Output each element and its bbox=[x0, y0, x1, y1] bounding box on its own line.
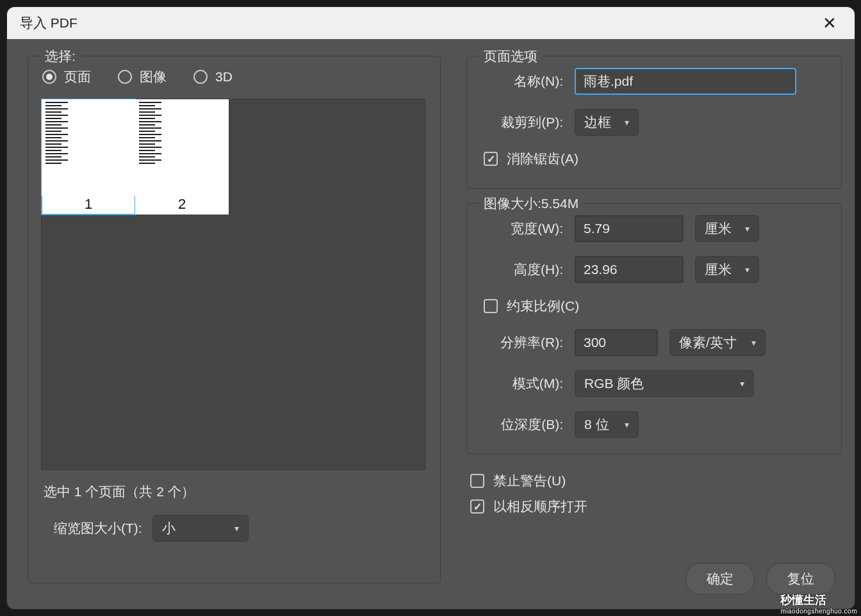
thumbnail-size-select[interactable]: 小 ▾ bbox=[152, 515, 249, 542]
select-legend: 选择: bbox=[40, 47, 81, 65]
reverse-order-checkbox-row[interactable]: 以相反顺序打开 bbox=[466, 498, 842, 515]
watermark: 秒懂生活 miaodongshenghuo.com bbox=[780, 592, 857, 615]
thumbnail-preview bbox=[135, 99, 229, 196]
ok-button[interactable]: 确定 bbox=[685, 563, 755, 595]
import-pdf-dialog: 导入 PDF ✕ 选择: 页面 图像 3D bbox=[6, 6, 855, 610]
radio-3d[interactable]: 3D bbox=[193, 68, 233, 86]
resolution-row: 分辨率(R): 像素/英寸 ▾ bbox=[480, 329, 828, 356]
chevron-down-icon: ▾ bbox=[751, 337, 756, 348]
depth-label: 位深度(B): bbox=[480, 416, 563, 434]
selection-status: 选中 1 个页面（共 2 个） bbox=[41, 483, 427, 501]
chevron-down-icon: ▾ bbox=[234, 523, 239, 533]
constrain-label: 约束比例(C) bbox=[507, 297, 579, 315]
radio-page-label: 页面 bbox=[64, 68, 91, 86]
select-fieldset: 选择: 页面 图像 3D bbox=[28, 56, 441, 583]
chevron-down-icon: ▾ bbox=[740, 378, 744, 389]
thumbnail-number: 2 bbox=[135, 196, 229, 215]
width-input[interactable] bbox=[575, 215, 684, 242]
height-unit-select[interactable]: 厘米 ▾ bbox=[695, 256, 759, 283]
height-row: 高度(H): 厘米 ▾ bbox=[480, 256, 828, 283]
height-label: 高度(H): bbox=[480, 261, 563, 279]
dialog-body: 选择: 页面 图像 3D bbox=[7, 39, 855, 609]
radio-icon bbox=[193, 70, 208, 84]
antialias-checkbox-row[interactable]: 消除锯齿(A) bbox=[480, 150, 828, 168]
thumbnail-page-2[interactable]: 2 bbox=[135, 99, 229, 215]
chevron-down-icon: ▾ bbox=[745, 223, 750, 234]
left-column: 选择: 页面 图像 3D bbox=[28, 56, 441, 597]
page-options-fieldset: 页面选项 名称(N): 裁剪到(P): 边框 ▾ 消除锯齿(A) bbox=[466, 56, 842, 189]
mode-label: 模式(M): bbox=[480, 375, 563, 393]
radio-page[interactable]: 页面 bbox=[42, 68, 91, 86]
radio-image[interactable]: 图像 bbox=[118, 68, 167, 86]
right-column: 页面选项 名称(N): 裁剪到(P): 边框 ▾ 消除锯齿(A) bbox=[441, 56, 842, 597]
thumbnail-preview bbox=[42, 99, 135, 196]
radio-3d-label: 3D bbox=[215, 69, 233, 85]
mode-row: 模式(M): RGB 颜色 ▾ bbox=[480, 370, 828, 397]
resolution-label: 分辨率(R): bbox=[480, 334, 563, 352]
chevron-down-icon: ▾ bbox=[745, 264, 750, 275]
crop-select[interactable]: 边框 ▾ bbox=[575, 109, 639, 136]
width-label: 宽度(W): bbox=[480, 220, 563, 238]
crop-value: 边框 bbox=[584, 113, 611, 131]
thumbnail-page-1[interactable]: 1 bbox=[42, 99, 135, 215]
crop-label: 裁剪到(P): bbox=[480, 113, 563, 131]
checkbox-icon bbox=[470, 499, 484, 514]
suppress-warnings-label: 禁止警告(U) bbox=[493, 472, 566, 490]
dialog-title: 导入 PDF bbox=[20, 14, 78, 32]
height-unit-value: 厘米 bbox=[705, 261, 732, 279]
thumbnail-size-row: 缩览图大小(T): 小 ▾ bbox=[41, 515, 427, 542]
thumbnail-size-value: 小 bbox=[162, 519, 176, 537]
checkbox-icon bbox=[484, 299, 498, 313]
reverse-order-label: 以相反顺序打开 bbox=[493, 498, 587, 515]
import-type-radios: 页面 图像 3D bbox=[41, 68, 427, 86]
depth-row: 位深度(B): 8 位 ▾ bbox=[480, 411, 828, 438]
watermark-text: 秒懂生活 bbox=[780, 594, 826, 606]
radio-icon bbox=[118, 70, 132, 84]
width-unit-value: 厘米 bbox=[705, 220, 732, 238]
name-row: 名称(N): bbox=[480, 68, 828, 95]
thumbnail-number: 1 bbox=[42, 196, 135, 215]
close-icon[interactable]: ✕ bbox=[817, 11, 842, 36]
resolution-unit-value: 像素/英寸 bbox=[679, 334, 737, 352]
depth-select[interactable]: 8 位 ▾ bbox=[575, 411, 639, 438]
depth-value: 8 位 bbox=[584, 416, 609, 434]
height-input[interactable] bbox=[575, 256, 684, 283]
crop-row: 裁剪到(P): 边框 ▾ bbox=[480, 109, 828, 136]
chevron-down-icon: ▾ bbox=[625, 117, 629, 127]
name-input[interactable] bbox=[575, 68, 796, 95]
width-unit-select[interactable]: 厘米 ▾ bbox=[695, 215, 759, 242]
reset-button[interactable]: 复位 bbox=[766, 563, 835, 595]
checkbox-icon bbox=[484, 152, 498, 166]
thumbnail-area[interactable]: 1 2 bbox=[41, 99, 425, 470]
constrain-checkbox-row[interactable]: 约束比例(C) bbox=[480, 297, 828, 315]
mode-select[interactable]: RGB 颜色 ▾ bbox=[575, 370, 754, 397]
image-size-fieldset: 图像大小:5.54M 宽度(W): 厘米 ▾ 高度(H): 厘米 ▾ bbox=[466, 203, 842, 454]
chevron-down-icon: ▾ bbox=[625, 419, 629, 430]
resolution-unit-select[interactable]: 像素/英寸 ▾ bbox=[669, 329, 766, 356]
antialias-label: 消除锯齿(A) bbox=[507, 150, 578, 168]
radio-icon bbox=[42, 70, 56, 84]
page-options-legend: 页面选项 bbox=[479, 47, 543, 65]
mode-value: RGB 颜色 bbox=[584, 375, 644, 393]
checkbox-icon bbox=[470, 474, 484, 488]
image-size-legend: 图像大小:5.54M bbox=[479, 195, 584, 213]
thumbnail-size-label: 缩览图大小(T): bbox=[54, 519, 142, 537]
name-label: 名称(N): bbox=[480, 72, 563, 90]
titlebar: 导入 PDF ✕ bbox=[7, 7, 855, 39]
radio-image-label: 图像 bbox=[140, 68, 167, 86]
resolution-input[interactable] bbox=[575, 329, 658, 356]
width-row: 宽度(W): 厘米 ▾ bbox=[480, 215, 828, 242]
watermark-url: miaodongshenghuo.com bbox=[780, 608, 857, 615]
suppress-warnings-checkbox-row[interactable]: 禁止警告(U) bbox=[466, 472, 842, 490]
